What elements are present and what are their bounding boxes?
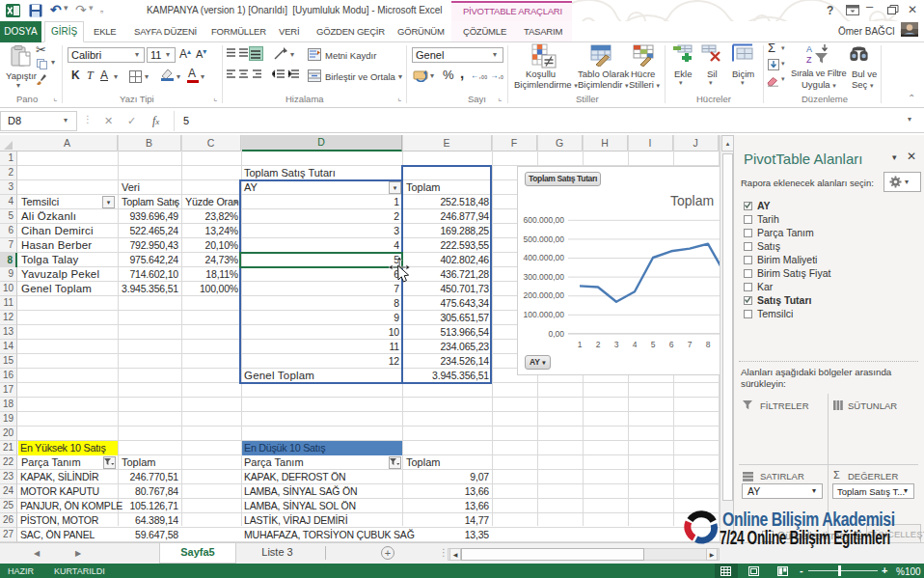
svg-text:400.000,00: 400.000,00: [523, 253, 564, 262]
svg-text:2: 2: [596, 340, 601, 349]
svg-text:Z: Z: [806, 55, 812, 64]
svg-text:600.000,00: 600.000,00: [523, 215, 564, 225]
svg-text:200.000,00: 200.000,00: [523, 290, 564, 300]
svg-text:3: 3: [614, 340, 619, 349]
svg-text:0,00: 0,00: [548, 329, 564, 339]
svg-text:4: 4: [633, 340, 638, 349]
svg-text:1: 1: [578, 340, 583, 349]
svg-text:300.000,00: 300.000,00: [523, 272, 564, 282]
svg-text:500.000,00: 500.000,00: [523, 234, 564, 244]
svg-text:A: A: [806, 44, 812, 54]
svg-text:6: 6: [669, 340, 674, 349]
svg-text:8: 8: [706, 340, 711, 349]
svg-text:100.000,00: 100.000,00: [523, 310, 564, 319]
svg-text:7: 7: [688, 340, 693, 349]
svg-text:5: 5: [651, 340, 656, 349]
